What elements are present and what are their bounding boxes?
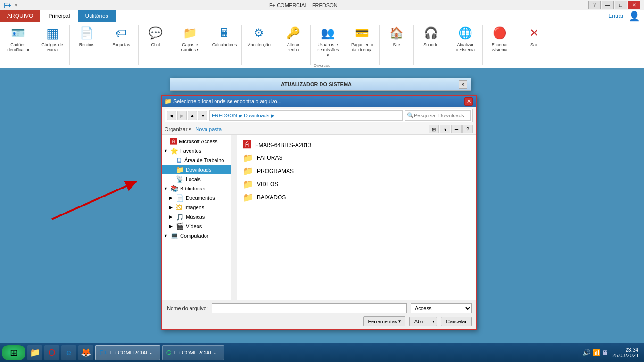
ribbon-codigos[interactable]: ▦ Códigos de Barra — [38, 24, 66, 54]
ribbon-etiquetas[interactable]: 🏷 Etiquetas — [107, 24, 135, 49]
ribbon-body: 🪪 Cartões Identificador ▦ Códigos de Bar… — [0, 22, 644, 69]
atualizador-close-button[interactable]: ✕ — [459, 80, 467, 89]
tab-arquivo[interactable]: ARQUIVO — [0, 10, 40, 22]
tree-expand-vid: ▶ — [169, 224, 174, 229]
title-bar: F+ ▼ F+ COMERCIAL - FREDSON ? — □ ✕ — [0, 0, 644, 10]
taskbar: ⊞ 📁 O e 🦊 F+ F+ COMERCIAL -... G F+ COME… — [0, 343, 644, 362]
ribbon-recibos[interactable]: 📄 Recibos — [73, 24, 101, 49]
filetype-select[interactable]: Access — [411, 303, 472, 313]
tree-microsoft-access[interactable]: 🅰 Microsoft Access — [162, 137, 237, 146]
tree-favoritos[interactable]: ▼ ⭐ Favoritos — [162, 146, 237, 156]
organize-button[interactable]: Organizar ▾ — [165, 126, 191, 132]
ribbon-calc[interactable]: 🖩 Calculadores — [210, 24, 239, 49]
ferramentas-button[interactable]: Ferramentas ▾ — [363, 316, 405, 326]
breadcrumb-path[interactable]: FREDSON ▶ Downloads ▶ — [209, 110, 403, 121]
ribbon-site[interactable]: 🏠 Site — [382, 24, 411, 49]
entrar-button[interactable]: Entrar — [608, 13, 624, 19]
back-button[interactable]: ◀ — [167, 111, 176, 120]
tab-principal[interactable]: Principal — [41, 10, 77, 22]
bibliotecas-icon: 📚 — [170, 185, 178, 192]
ribbon-sair[interactable]: ✕ Sair — [520, 24, 548, 49]
tree-bibliotecas[interactable]: ▼ 📚 Bibliotecas — [162, 184, 237, 193]
suporte-icon: 🎧 — [422, 25, 439, 41]
atualizador-titlebar: ATUALIZADOR DO SISTEMA ✕ — [170, 78, 471, 91]
view-grid-button[interactable]: ⊞ — [429, 125, 439, 133]
tree-musicas[interactable]: ▶ 🎵 Músicas — [162, 212, 237, 222]
tree-locais[interactable]: 📡 Locais — [162, 174, 237, 184]
ribbon-cartoes[interactable]: 🪪 Cartões Identificador — [4, 24, 32, 54]
breadcrumb-bar: ◀ ▶ ▲ ▾ FREDSON ▶ Downloads ▶ 🔍 — [165, 109, 473, 122]
ferramentas-label: Ferramentas — [368, 319, 397, 324]
file-item-baixados[interactable]: 📁 BAIXADOS — [241, 191, 472, 204]
start-button[interactable]: ⊞ — [2, 345, 25, 360]
search-input[interactable] — [414, 113, 479, 118]
ribbon-senha[interactable]: 🔑 Alterar senha — [279, 24, 307, 54]
restore-button[interactable]: — — [602, 1, 614, 9]
file-item-programas[interactable]: 📁 PROGRAMAS — [241, 165, 472, 178]
programas-folder-name: PROGRAMAS — [257, 168, 294, 174]
ribbon-pagamento[interactable]: 💳 Pagamento da Licença — [348, 24, 376, 54]
chat-icon: 💬 — [147, 25, 164, 41]
tree-imagens[interactable]: ▶ 🖼 Imagens — [162, 203, 237, 212]
ribbon-usuarios[interactable]: 👥 Usuários e Permissões ▾ — [314, 24, 342, 58]
abrir-button[interactable]: Abrir ▾ — [409, 317, 437, 326]
file-dialog-close-button[interactable]: ✕ — [464, 97, 473, 106]
tree-computador[interactable]: ▼ 💻 Computador — [162, 231, 237, 240]
minimize-button[interactable]: ? — [588, 1, 601, 9]
ribbon-atualizar[interactable]: 🌐 Atualizar o Sistema — [451, 24, 479, 54]
taskbar-app2-icon: G — [166, 349, 172, 356]
view-buttons: ⊞ ▾ ☰ ? — [429, 125, 473, 133]
ribbon-tabs: ARQUIVO Principal Utilitários Entrar 👤 — [0, 10, 644, 22]
ribbon-suporte[interactable]: 🎧 Suporte — [417, 24, 445, 49]
file-item-fmais[interactable]: 🅰 FMAIS-64BITS-A2013 — [241, 139, 472, 151]
filename-input[interactable] — [212, 303, 407, 313]
filename-label: Nome do arquivo: — [165, 305, 208, 311]
tree-area-trabalho-label: Área de Trabalho — [184, 157, 224, 163]
taskbar-explorer-icon[interactable]: 📁 — [27, 345, 42, 360]
clock[interactable]: 23:34 25/03/2023 — [612, 347, 638, 358]
senha-label: Alterar senha — [281, 42, 305, 53]
codigos-label: Códigos de Barra — [40, 42, 65, 53]
manut-icon: ⚙ — [250, 25, 267, 41]
taskbar-ie-icon[interactable]: e — [61, 345, 76, 360]
tree-locais-label: Locais — [186, 176, 201, 182]
tree-expand-doc: ▶ — [169, 196, 174, 200]
dialog-folder-icon: 📁 — [165, 98, 172, 105]
volume-icon[interactable]: 🔊 — [582, 349, 590, 356]
nova-pasta-button[interactable]: Nova pasta — [195, 126, 222, 132]
ribbon-chat[interactable]: 💬 Chat — [141, 24, 170, 49]
tree-area-trabalho[interactable]: 🖥 Área de Trabalho — [162, 156, 237, 165]
view-details-button[interactable]: ☰ — [451, 125, 462, 133]
close-button[interactable]: ✕ — [628, 1, 640, 9]
taskbar-app-fmais2[interactable]: G F+ COMERCIAL -... — [162, 345, 224, 360]
ribbon-manut[interactable]: ⚙ Manutenção — [245, 24, 273, 49]
file-item-videos[interactable]: 📁 VIDEOS — [241, 178, 472, 191]
tree-favoritos-label: Favoritos — [180, 148, 201, 154]
title-bar-left: F+ ▼ — [4, 1, 18, 9]
up-button[interactable]: ▲ — [188, 111, 197, 120]
display-icon[interactable]: 🖥 — [602, 349, 609, 356]
tab-utilitarios[interactable]: Utilitários — [78, 10, 115, 22]
maximize-button[interactable]: □ — [615, 1, 627, 9]
quick-access: ▼ — [14, 2, 18, 8]
file-item-faturas[interactable]: 📁 FATURAS — [241, 151, 472, 165]
tree-videos[interactable]: ▶ 🎬 Vídeos — [162, 222, 237, 231]
ribbon-capas[interactable]: 📁 Capas e Cartões ▾ — [176, 24, 204, 54]
tree-imagens-label: Imagens — [184, 205, 204, 210]
ribbon-encerrar[interactable]: 🔴 Encerrar Sistema — [486, 24, 514, 54]
tree-scrollbar[interactable] — [231, 135, 237, 300]
network-icon[interactable]: 📶 — [592, 349, 600, 356]
help-button[interactable]: ? — [462, 125, 473, 133]
videos-bib-icon: 🎬 — [176, 222, 184, 230]
recent-button[interactable]: ▾ — [198, 111, 207, 120]
taskbar-opera-icon[interactable]: O — [44, 345, 59, 360]
taskbar-firefox-icon[interactable]: 🦊 — [78, 345, 93, 360]
tree-documentos[interactable]: ▶ 📄 Documentos — [162, 193, 237, 203]
abrir-arrow-icon[interactable]: ▾ — [430, 318, 437, 325]
sep2 — [69, 25, 70, 65]
tree-downloads[interactable]: 📁 Downloads — [162, 165, 237, 174]
cancelar-button[interactable]: Cancelar — [441, 317, 472, 326]
forward-button[interactable]: ▶ — [177, 111, 187, 120]
view-list-button[interactable]: ▾ — [440, 125, 450, 133]
taskbar-app-fmais1[interactable]: F+ F+ COMERCIAL -... — [95, 345, 160, 360]
